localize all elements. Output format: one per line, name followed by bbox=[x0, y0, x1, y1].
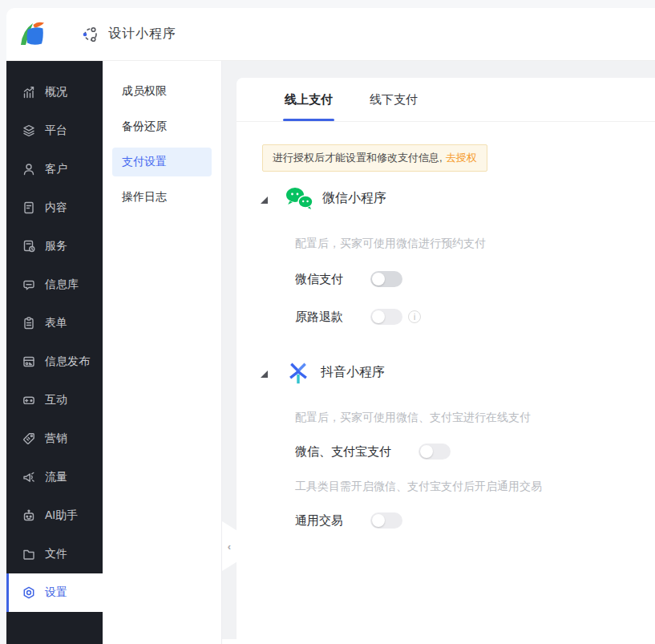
subnav-item-label: 成员权限 bbox=[112, 77, 212, 106]
wechat-pay-toggle[interactable] bbox=[370, 271, 402, 287]
sidebar-item-label: AI助手 bbox=[45, 508, 78, 523]
sidebar-item-label: 内容 bbox=[45, 200, 67, 215]
sidebar-item-label: 营销 bbox=[45, 431, 67, 446]
douyin-pay-label: 微信、支付宝支付 bbox=[295, 444, 391, 460]
chevron-left-icon: ‹ bbox=[228, 541, 231, 553]
sidebar-item-overview[interactable]: 概况 bbox=[6, 73, 103, 111]
go-authorize-link[interactable]: 去授权 bbox=[446, 151, 477, 165]
sidebar-item-label: 服务 bbox=[45, 239, 67, 253]
sidebar-item-label: 平台 bbox=[45, 124, 67, 138]
toggle-knob bbox=[372, 310, 385, 323]
app-header: 设计小程序 bbox=[6, 8, 655, 61]
file-clock-icon bbox=[22, 239, 36, 253]
tab-offline-payment[interactable]: 线下支付 bbox=[370, 78, 418, 121]
sidebar-item-label: 文件 bbox=[45, 547, 67, 561]
robot-icon bbox=[22, 508, 36, 523]
wechat-pay-row: 微信支付 bbox=[295, 271, 655, 287]
info-icon[interactable]: i bbox=[408, 310, 421, 323]
douyin-section-title: 抖音小程序 bbox=[321, 364, 385, 381]
tag-icon bbox=[22, 431, 36, 446]
wechat-description: 配置后，买家可使用微信进行预约支付 bbox=[295, 237, 655, 251]
layers-icon bbox=[22, 124, 36, 138]
sidebar-item-info-library[interactable]: 信息库 bbox=[6, 265, 103, 304]
wechat-section-header: 微信小程序 bbox=[261, 186, 655, 210]
collapse-caret-icon[interactable] bbox=[261, 371, 268, 378]
sidebar-item-ai-assistant[interactable]: AI助手 bbox=[6, 496, 103, 535]
app-title: 设计小程序 bbox=[108, 26, 176, 43]
publish-icon bbox=[22, 354, 36, 369]
general-trade-row: 通用交易 bbox=[295, 512, 655, 529]
toggle-knob bbox=[372, 514, 385, 527]
wechat-section-title: 微信小程序 bbox=[322, 190, 386, 207]
banner-text: 进行授权后才能设置和修改支付信息, bbox=[273, 151, 443, 165]
tab-label: 线上支付 bbox=[285, 92, 333, 107]
sidebar-item-services[interactable]: 服务 bbox=[6, 227, 103, 265]
sidebar-item-settings[interactable]: 设置 bbox=[6, 573, 103, 612]
folder-icon bbox=[22, 547, 36, 561]
douyin-pay-row: 微信、支付宝支付 bbox=[295, 444, 655, 460]
subnav-item-member-permissions[interactable]: 成员权限 bbox=[103, 74, 221, 109]
collapse-caret-icon[interactable] bbox=[261, 196, 268, 204]
settings-subnav: 成员权限 备份还原 支付设置 操作日志 bbox=[103, 61, 222, 644]
sidebar-item-label: 表单 bbox=[45, 316, 67, 330]
refund-label: 原路退款 bbox=[295, 310, 343, 325]
subnav-item-label: 备份还原 bbox=[112, 112, 212, 141]
douyin-note: 工具类目需开启微信、支付宝支付后开启通用交易 bbox=[295, 480, 655, 494]
douyin-section-header: 抖音小程序 bbox=[261, 360, 655, 384]
tab-online-payment[interactable]: 线上支付 bbox=[285, 78, 333, 121]
megaphone-icon bbox=[22, 470, 36, 484]
comment-icon bbox=[22, 277, 36, 292]
douyin-pay-toggle[interactable] bbox=[418, 444, 451, 460]
subnav-item-operation-log[interactable]: 操作日志 bbox=[103, 180, 221, 215]
authorization-banner: 进行授权后才能设置和修改支付信息, 去授权 bbox=[262, 144, 487, 172]
chart-icon bbox=[22, 85, 36, 99]
general-trade-label: 通用交易 bbox=[295, 513, 343, 529]
sidebar-item-platform[interactable]: 平台 bbox=[6, 111, 103, 150]
refund-row: 原路退款 i bbox=[295, 309, 655, 325]
sidebar-item-info-publish[interactable]: 信息发布 bbox=[6, 342, 103, 381]
douyin-miniprogram-icon bbox=[285, 360, 312, 384]
sidebar-item-traffic[interactable]: 流量 bbox=[6, 458, 103, 496]
wechat-icon bbox=[285, 186, 313, 210]
general-trade-toggle[interactable] bbox=[370, 512, 402, 529]
miniprogram-gear-icon bbox=[82, 26, 99, 43]
sidebar-item-label: 客户 bbox=[45, 162, 67, 176]
wechat-pay-label: 微信支付 bbox=[295, 272, 343, 287]
sidebar-item-files[interactable]: 文件 bbox=[6, 535, 103, 573]
sidebar-item-label: 信息库 bbox=[45, 277, 79, 292]
sidebar-item-label: 概况 bbox=[45, 85, 67, 99]
toggle-knob bbox=[420, 445, 433, 458]
subnav-item-backup-restore[interactable]: 备份还原 bbox=[103, 109, 221, 144]
subnav-item-label: 支付设置 bbox=[112, 148, 212, 176]
subnav-item-payment-settings[interactable]: 支付设置 bbox=[103, 144, 221, 180]
sidebar-item-content[interactable]: 内容 bbox=[6, 188, 103, 227]
payment-tabs: 线上支付 线下支付 bbox=[237, 78, 655, 122]
sidebar-item-customers[interactable]: 客户 bbox=[6, 150, 103, 188]
sidebar-item-label: 流量 bbox=[45, 470, 67, 484]
sidebar-item-label: 互动 bbox=[45, 393, 67, 407]
douyin-description: 配置后，买家可使用微信、支付宝进行在线支付 bbox=[295, 411, 655, 425]
content-area: ‹ 线上支付 线下支付 进行授权后才能设置和修改支付信息, 去授权 bbox=[222, 61, 655, 644]
refund-toggle[interactable] bbox=[370, 309, 402, 325]
sidebar-item-interaction[interactable]: 互动 bbox=[6, 381, 103, 419]
user-icon bbox=[22, 162, 36, 176]
sidebar-item-label: 设置 bbox=[45, 585, 67, 600]
clipboard-icon bbox=[22, 316, 36, 330]
gamepad-icon bbox=[22, 393, 36, 407]
main-sidebar: 概况 平台 客户 内容 服务 信息库 bbox=[6, 61, 103, 644]
subnav-item-label: 操作日志 bbox=[112, 183, 212, 212]
document-icon bbox=[22, 200, 36, 215]
payment-settings-card: 线上支付 线下支付 进行授权后才能设置和修改支付信息, 去授权 微信小程序 配置… bbox=[237, 78, 655, 644]
toggle-knob bbox=[372, 273, 385, 286]
tab-label: 线下支付 bbox=[370, 92, 418, 107]
sidebar-item-marketing[interactable]: 营销 bbox=[6, 419, 103, 458]
current-app[interactable]: 设计小程序 bbox=[82, 26, 176, 43]
brand-logo-icon bbox=[14, 17, 50, 52]
sidebar-item-forms[interactable]: 表单 bbox=[6, 304, 103, 342]
refund-toggle-group: i bbox=[370, 309, 421, 325]
sidebar-item-label: 信息发布 bbox=[45, 354, 90, 369]
gear-icon bbox=[22, 585, 36, 600]
